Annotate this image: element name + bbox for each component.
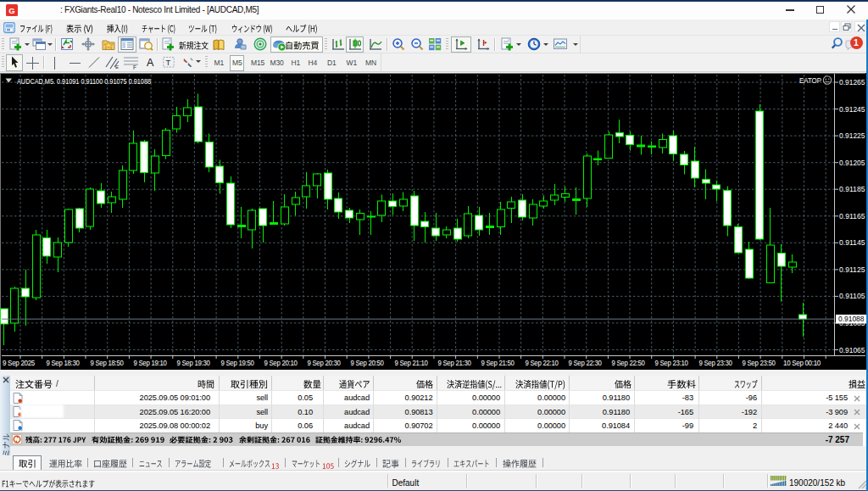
svg-text:0.91105: 0.91105 (839, 292, 865, 300)
svg-text:AUDCAD,M5. 0.91091 0.91100 0.9: AUDCAD,M5. 0.91091 0.91100 0.91075 0.910… (17, 77, 151, 86)
svg-text:0.91205: 0.91205 (839, 159, 865, 167)
svg-text:EATOP: EATOP (799, 76, 821, 85)
svg-text:T: T (166, 58, 171, 67)
svg-text:0.91065: 0.91065 (839, 346, 865, 354)
svg-text:0.91145: 0.91145 (839, 238, 865, 247)
svg-text:9 Sep 20:50: 9 Sep 20:50 (351, 359, 385, 367)
svg-text:0.91265: 0.91265 (839, 78, 865, 86)
svg-text:9 Sep 20:10: 9 Sep 20:10 (264, 359, 298, 367)
svg-text:0.91125: 0.91125 (839, 265, 865, 274)
svg-text:0.91225: 0.91225 (839, 131, 865, 140)
svg-text:0.91165: 0.91165 (839, 212, 865, 220)
svg-text:E: E (115, 64, 119, 70)
svg-text:9 Sep 2025: 9 Sep 2025 (3, 359, 36, 367)
svg-text:0.91185: 0.91185 (839, 185, 865, 193)
svg-text:9 Sep 22:10: 9 Sep 22:10 (526, 359, 559, 367)
svg-text:9 Sep 23:10: 9 Sep 23:10 (655, 359, 689, 367)
svg-text:9 Sep 19:30: 9 Sep 19:30 (177, 359, 211, 367)
svg-text:9 Sep 18:50: 9 Sep 18:50 (91, 359, 125, 367)
svg-text:9 Sep 22:50: 9 Sep 22:50 (612, 359, 646, 367)
svg-text:9 Sep 21:50: 9 Sep 21:50 (481, 359, 515, 367)
svg-text:9 Sep 21:30: 9 Sep 21:30 (438, 359, 472, 367)
svg-text:F: F (133, 64, 136, 70)
svg-text:10 Sep 00:10: 10 Sep 00:10 (783, 359, 821, 367)
svg-text:9 Sep 20:30: 9 Sep 20:30 (308, 359, 342, 367)
svg-text:9 Sep 19:10: 9 Sep 19:10 (134, 359, 168, 367)
svg-text:0.91088: 0.91088 (838, 315, 865, 323)
svg-text:0.91245: 0.91245 (839, 105, 865, 114)
svg-text:9 Sep 18:30: 9 Sep 18:30 (47, 359, 81, 367)
svg-text:9 Sep 23:50: 9 Sep 23:50 (743, 359, 776, 367)
svg-text:9 Sep 22:30: 9 Sep 22:30 (569, 359, 603, 367)
svg-text:9 Sep 21:10: 9 Sep 21:10 (395, 359, 429, 367)
svg-text:9 Sep 23:30: 9 Sep 23:30 (699, 359, 733, 367)
svg-text:9 Sep 19:50: 9 Sep 19:50 (221, 359, 255, 367)
